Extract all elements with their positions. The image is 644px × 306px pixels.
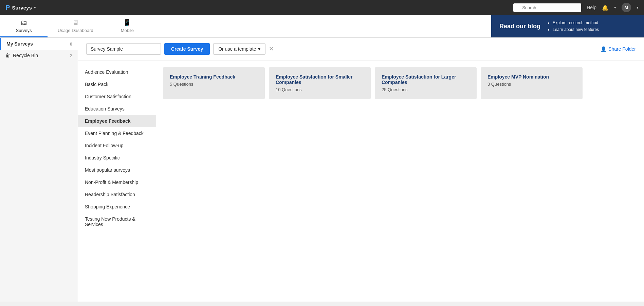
- nav-right: 🔍 Help 🔔 ▾ M ▾: [513, 3, 639, 12]
- or-use-template-button[interactable]: Or use a template ▾: [213, 43, 265, 55]
- category-education-surveys[interactable]: Education Surveys: [78, 103, 156, 115]
- category-industry-specific[interactable]: Industry Specific: [78, 152, 156, 164]
- survey-cards-container: Employee Training Feedback 5 Questions E…: [156, 61, 644, 236]
- survey-card-3[interactable]: Employee Satisfaction for Larger Compani…: [375, 67, 477, 99]
- category-testing-new[interactable]: Testing New Products & Services: [78, 213, 156, 231]
- main-content: My Surveys 0 🗑 Recycle Bin 2 Create Surv…: [0, 38, 644, 302]
- card-2-title: Employee Satisfaction for Smaller Compan…: [276, 74, 364, 85]
- tabs-container: 🗂 Surveys 🖥 Usage Dashboard 📱 Mobile: [0, 15, 491, 37]
- bell-dropdown-icon[interactable]: ▾: [614, 5, 616, 10]
- category-customer-satisfaction[interactable]: Customer Satisfaction: [78, 90, 156, 103]
- right-panel: Create Survey Or use a template ▾ ✕ 👤 Sh…: [78, 38, 644, 302]
- category-list: Audience Evaluation Basic Pack Customer …: [78, 61, 156, 236]
- sidebar-item-recycle-bin[interactable]: 🗑 Recycle Bin 2: [0, 50, 78, 61]
- card-3-title: Employee Satisfaction for Larger Compani…: [382, 74, 470, 85]
- sidebar: My Surveys 0 🗑 Recycle Bin 2: [0, 38, 78, 302]
- template-dropdown-icon: ▾: [258, 46, 260, 52]
- blog-banner-title: Read our blog: [499, 23, 540, 30]
- search-wrapper: 🔍: [513, 3, 581, 12]
- blog-bullet-2: Learn about new features: [553, 26, 599, 33]
- close-button[interactable]: ✕: [269, 45, 274, 53]
- create-survey-button[interactable]: Create Survey: [164, 43, 210, 55]
- tab-usage-label: Usage Dashboard: [58, 28, 93, 33]
- category-audience-evaluation[interactable]: Audience Evaluation: [78, 66, 156, 78]
- category-event-planning[interactable]: Event Planning & Feedback: [78, 127, 156, 139]
- category-most-popular[interactable]: Most popular surveys: [78, 164, 156, 176]
- search-input[interactable]: [513, 3, 581, 12]
- top-navigation: P Surveys ▾ 🔍 Help 🔔 ▾ M ▾: [0, 0, 644, 15]
- surveys-tab-icon: 🗂: [20, 19, 27, 27]
- tab-surveys[interactable]: 🗂 Surveys: [0, 15, 48, 37]
- survey-name-input[interactable]: [86, 43, 161, 55]
- recycle-bin-label: Recycle Bin: [13, 53, 38, 58]
- toolbar-right: 👤 Share Folder: [601, 46, 636, 52]
- category-incident-followup[interactable]: Incident Follow-up: [78, 139, 156, 152]
- share-folder-label: Share Folder: [608, 46, 636, 52]
- share-folder-icon: 👤: [601, 46, 606, 52]
- card-1-questions: 5 Questions: [170, 82, 258, 87]
- sidebar-item-my-surveys[interactable]: My Surveys 0: [0, 38, 78, 50]
- app-name: Surveys: [12, 5, 32, 11]
- usage-tab-icon: 🖥: [72, 19, 79, 27]
- help-label[interactable]: Help: [587, 5, 596, 10]
- card-3-questions: 25 Questions: [382, 87, 470, 92]
- app-logo: P: [5, 4, 10, 12]
- category-shopping[interactable]: Shopping Experience: [78, 201, 156, 213]
- my-surveys-count: 0: [70, 41, 72, 47]
- category-readership[interactable]: Readership Satisfaction: [78, 188, 156, 201]
- tab-usage-dashboard[interactable]: 🖥 Usage Dashboard: [48, 15, 104, 37]
- recycle-bin-count: 2: [70, 53, 72, 58]
- template-area: Audience Evaluation Basic Pack Customer …: [78, 61, 644, 236]
- tab-bar: 🗂 Surveys 🖥 Usage Dashboard 📱 Mobile Rea…: [0, 15, 644, 38]
- user-dropdown-icon[interactable]: ▾: [637, 5, 639, 10]
- tab-surveys-label: Surveys: [16, 28, 32, 33]
- blog-banner-list: Explore research method Learn about new …: [547, 19, 599, 33]
- card-1-title: Employee Training Feedback: [170, 74, 258, 80]
- category-basic-pack[interactable]: Basic Pack: [78, 78, 156, 90]
- my-surveys-label: My Surveys: [6, 41, 33, 47]
- tab-mobile-label: Mobile: [121, 28, 134, 33]
- mobile-tab-icon: 📱: [123, 18, 131, 27]
- notification-bell-icon[interactable]: 🔔: [602, 4, 609, 11]
- survey-card-4[interactable]: Employee MVP Nomination 3 Questions: [481, 67, 583, 99]
- category-employee-feedback[interactable]: Employee Feedback: [78, 115, 156, 127]
- user-avatar[interactable]: M: [622, 3, 631, 12]
- survey-card-2[interactable]: Employee Satisfaction for Smaller Compan…: [269, 67, 371, 99]
- blog-banner[interactable]: Read our blog Explore research method Le…: [491, 15, 644, 37]
- toolbar-left: Create Survey Or use a template ▾ ✕: [86, 43, 274, 55]
- recycle-bin-label-wrapper: 🗑 Recycle Bin: [5, 53, 38, 58]
- toolbar: Create Survey Or use a template ▾ ✕ 👤 Sh…: [78, 38, 644, 61]
- card-4-questions: 3 Questions: [487, 82, 576, 87]
- share-folder-button[interactable]: 👤 Share Folder: [601, 46, 636, 52]
- or-use-template-label: Or use a template: [218, 46, 256, 52]
- survey-card-1[interactable]: Employee Training Feedback 5 Questions: [163, 67, 265, 99]
- tab-mobile[interactable]: 📱 Mobile: [104, 15, 151, 37]
- blog-bullet-1: Explore research method: [553, 19, 599, 26]
- recycle-bin-icon: 🗑: [5, 53, 10, 58]
- category-non-profit[interactable]: Non-Profit & Membership: [78, 176, 156, 188]
- card-4-title: Employee MVP Nomination: [487, 74, 576, 80]
- card-2-questions: 10 Questions: [276, 87, 364, 92]
- nav-brand: P Surveys ▾: [5, 4, 36, 12]
- app-dropdown-icon[interactable]: ▾: [34, 5, 36, 10]
